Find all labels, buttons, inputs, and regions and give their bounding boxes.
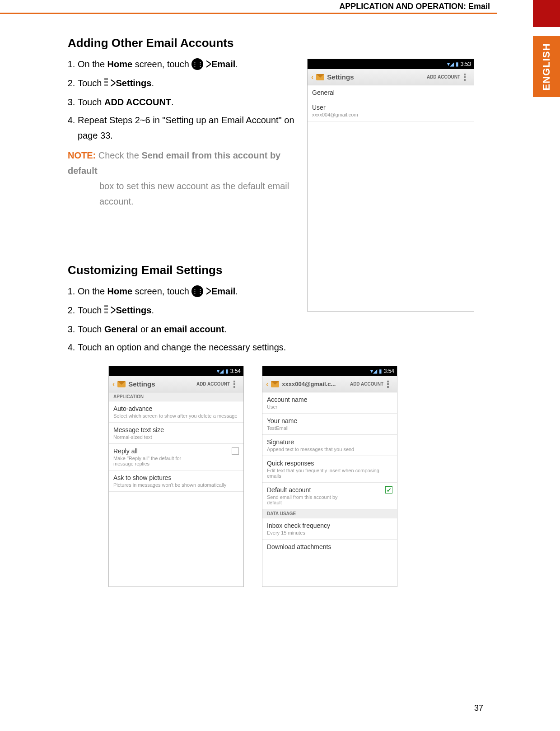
step-item: Repeat Steps 2~6 in "Setting up an Email… — [78, 112, 298, 143]
step-item: On the Home screen, touch > Email. — [78, 56, 298, 73]
list-item[interactable]: Quick responsesEdit text that you freque… — [262, 456, 397, 483]
corner-block — [533, 0, 560, 27]
language-tab: ENGLISH — [533, 36, 560, 97]
list-item[interactable]: Download attachments — [262, 540, 397, 554]
checkbox-icon[interactable] — [232, 447, 239, 455]
step-item: Touch > Settings. — [78, 75, 298, 92]
list-item[interactable]: Inbox check frequencyEvery 15 minutes — [262, 518, 397, 540]
header-title: APPLICATION AND OPERATION: Email — [339, 2, 490, 11]
step-item: Touch General or an email account. — [78, 321, 501, 337]
step-item: Touch > Settings. — [78, 303, 501, 319]
apps-grid-icon — [191, 58, 203, 70]
step-item: On the Home screen, touch > Email. — [78, 284, 501, 300]
note-block: NOTE: Check the Send email from this acc… — [68, 148, 298, 209]
overflow-menu-icon[interactable] — [387, 381, 393, 388]
section-heading: Adding Other Email Accounts — [68, 36, 501, 50]
overflow-menu-icon — [104, 78, 108, 88]
list-section-header: APPLICATION — [109, 392, 243, 401]
list-item[interactable]: Account nameUser — [262, 392, 397, 414]
app-bar: ‹xxxx004@gmail.c... ADD ACCOUNT — [262, 376, 397, 392]
step-item: Touch ADD ACCOUNT. — [78, 94, 298, 110]
list-item[interactable]: Reply allMake "Reply all" the default fo… — [109, 444, 243, 470]
steps-list: On the Home screen, touch > Email. Touch… — [78, 284, 501, 355]
list-section-header: DATA USAGE — [262, 509, 397, 518]
add-account-button[interactable]: ADD ACCOUNT — [350, 382, 383, 386]
header-accent-line — [0, 13, 497, 14]
app-bar: ‹Settings ADD ACCOUNT — [109, 376, 243, 392]
list-item[interactable]: Message text sizeNormal-sized text — [109, 423, 243, 444]
apps-grid-icon — [191, 285, 203, 297]
list-item[interactable]: SignatureAppend text to messages that yo… — [262, 435, 397, 456]
status-bar: ▾◢▮3:54 — [109, 366, 243, 376]
checkbox-icon[interactable]: ✔ — [385, 486, 392, 494]
overflow-menu-icon[interactable] — [233, 381, 240, 388]
add-account-button[interactable]: ADD ACCOUNT — [196, 382, 230, 386]
screenshot-account-settings: ▾◢▮3:54 ‹xxxx004@gmail.c... ADD ACCOUNT … — [262, 366, 397, 587]
mail-icon — [271, 381, 279, 387]
steps-list: On the Home screen, touch > Email. Touch… — [78, 56, 298, 143]
list-item[interactable]: Ask to show picturesPictures in messages… — [109, 470, 243, 492]
overflow-menu-icon — [104, 305, 108, 315]
screenshot-general-settings: ▾◢▮3:54 ‹Settings ADD ACCOUNT APPLICATIO… — [108, 366, 244, 587]
status-bar: ▾◢▮3:54 — [262, 366, 397, 376]
page-number: 37 — [474, 703, 483, 713]
list-item[interactable]: Your nameTestEmail — [262, 414, 397, 435]
mail-icon — [117, 381, 126, 387]
section-heading: Customizing Email Settings — [68, 263, 501, 277]
list-item[interactable]: Default accountSend email from this acco… — [262, 483, 397, 509]
step-item: Touch an option and change the necessary… — [78, 340, 501, 355]
list-item[interactable]: Auto-advanceSelect which screen to show … — [109, 401, 243, 423]
